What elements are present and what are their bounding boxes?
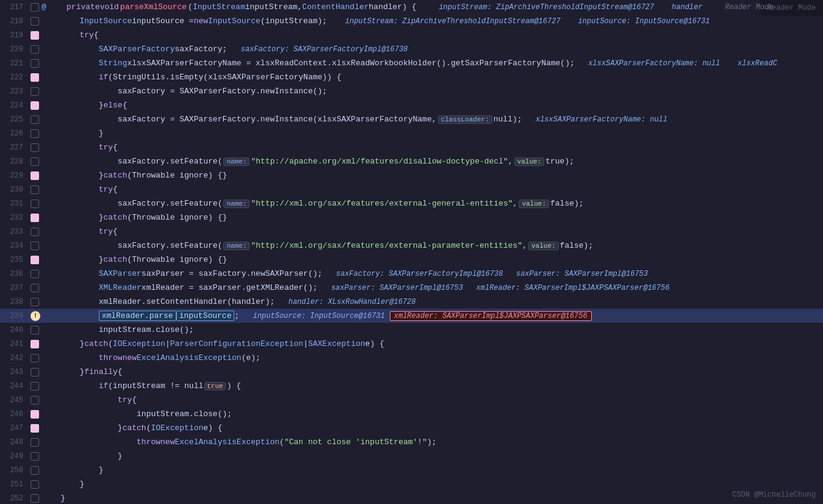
bp-dot-244[interactable] — [31, 382, 39, 391]
bp-dot-238[interactable] — [31, 298, 39, 306]
bp-dot-246[interactable] — [31, 410, 39, 419]
code-line-223: 223 saxFactory = SAXParserFactory.newIns… — [0, 84, 823, 98]
method-name: parseXmlSource — [119, 2, 188, 12]
code-line-243: 243 } finally { — [0, 365, 823, 379]
code-line-219: 219 try { — [0, 28, 823, 42]
hint-icon-239: ! — [31, 311, 40, 321]
editor-container: Reader Mode 217 @ private void parseXmlS… — [0, 0, 823, 504]
bp-dot-251[interactable] — [31, 480, 39, 489]
code-line-218: 218 InputSource inputSource = new InputS… — [0, 14, 823, 28]
code-line-239: 239 ! xmlReader.parse inputSource ; inpu… — [0, 309, 823, 323]
code-line-235: 235 } catch (Throwable ignore) {} — [0, 253, 823, 267]
watermark-label: CSDN @MichelleChung — [732, 491, 816, 499]
bp-dot-236[interactable] — [31, 270, 39, 278]
bp-dot-222[interactable] — [31, 73, 39, 82]
code-line-232: 232 } catch (Throwable ignore) {} — [0, 211, 823, 225]
bp-dot-224[interactable] — [31, 101, 39, 110]
bp-dot-227[interactable] — [31, 143, 39, 152]
bp-dot-234[interactable] — [31, 242, 39, 250]
code-line-244: 244 if (inputStream != null true ) { — [0, 379, 823, 393]
bp-dot-247[interactable] — [31, 424, 39, 433]
xmlreader-val-badge: xmlReader: SAXParserImpl$JAXPSAXParser@1… — [390, 311, 592, 321]
code-line-246: 246 inputStream.close(); — [0, 407, 823, 421]
code-line-217: 217 @ private void parseXmlSource ( Inpu… — [0, 0, 823, 14]
code-line-227: 227 try { — [0, 140, 823, 154]
code-line-241: 241 } catch ( IOException | ParserConfig… — [0, 337, 823, 351]
bp-dot-223[interactable] — [31, 87, 39, 96]
bp-dot-240[interactable] — [31, 326, 39, 334]
code-line-240: 240 inputStream.close(); — [0, 323, 823, 337]
bp-dot-220[interactable] — [31, 45, 39, 54]
code-line-222: 222 if (StringUtils.isEmpty(xlsxSAXParse… — [0, 70, 823, 84]
parse-call-highlight: xmlReader.parse — [99, 311, 176, 321]
bp-dot-252[interactable] — [31, 494, 39, 503]
code-line-242: 242 throw new ExcelAnalysisException (e)… — [0, 351, 823, 365]
code-line-248: 248 throw new ExcelAnalysisException ( "… — [0, 435, 823, 449]
code-line-233: 233 try { — [0, 225, 823, 239]
code-area[interactable]: Reader Mode 217 @ private void parseXmlS… — [0, 0, 823, 504]
bp-dot-217[interactable] — [31, 3, 39, 12]
bp-dot-230[interactable] — [31, 185, 39, 194]
bp-dot-231[interactable] — [31, 200, 39, 208]
code-line-220: 220 SAXParserFactory saxFactory; saxFact… — [0, 42, 823, 56]
bp-dot-241[interactable] — [31, 340, 39, 348]
bp-dot-229[interactable] — [31, 171, 39, 180]
bp-dot-245[interactable] — [31, 396, 39, 405]
bp-dot-225[interactable] — [31, 115, 39, 124]
bp-dot-249[interactable] — [31, 452, 39, 461]
code-line-230: 230 try { — [0, 182, 823, 196]
code-line-226: 226 } — [0, 126, 823, 140]
code-line-249: 249 } — [0, 449, 823, 463]
code-line-229: 229 } catch (Throwable ignore) {} — [0, 168, 823, 182]
bp-dot-243[interactable] — [31, 368, 39, 376]
code-line-236: 236 SAXParser saxParser = saxFactory.new… — [0, 267, 823, 281]
code-line-238: 238 xmlReader.setContentHandler(handler)… — [0, 295, 823, 309]
bp-dot-219[interactable] — [31, 31, 39, 40]
bp-dot-228[interactable] — [31, 157, 39, 166]
code-line-250: 250 } — [0, 463, 823, 477]
bp-dot-248[interactable] — [31, 438, 39, 447]
bp-dot-221[interactable] — [31, 59, 39, 68]
code-line-251: 251 } — [0, 477, 823, 491]
code-line-237: 237 XMLReader xmlReader = saxParser.getX… — [0, 281, 823, 295]
code-line-228: 228 saxFactory.setFeature( name: "http:/… — [0, 154, 823, 168]
bp-dot-233[interactable] — [31, 228, 39, 236]
bp-dot-226[interactable] — [31, 129, 39, 138]
parse-arg-highlight: inputSource — [176, 311, 235, 321]
bp-dot-235[interactable] — [31, 256, 39, 264]
bp-dot-218[interactable] — [31, 17, 39, 26]
code-line-225: 225 saxFactory = SAXParserFactory.newIns… — [0, 112, 823, 126]
bp-dot-250[interactable] — [31, 466, 39, 475]
bp-dot-242[interactable] — [31, 354, 39, 362]
code-lines: 217 @ private void parseXmlSource ( Inpu… — [0, 0, 823, 504]
code-line-224: 224 } else { — [0, 98, 823, 112]
bp-dot-237[interactable] — [31, 284, 39, 292]
code-line-247: 247 } catch ( IOException e) { — [0, 421, 823, 435]
code-line-231: 231 saxFactory.setFeature( name: "http:/… — [0, 196, 823, 211]
code-line-252: 252 } — [0, 491, 823, 504]
code-line-234: 234 saxFactory.setFeature( name: "http:/… — [0, 239, 823, 253]
code-line-245: 245 try { — [0, 393, 823, 407]
code-line-221: 221 String xlsxSAXParserFactoryName = xl… — [0, 56, 823, 70]
bp-dot-232[interactable] — [31, 214, 39, 222]
